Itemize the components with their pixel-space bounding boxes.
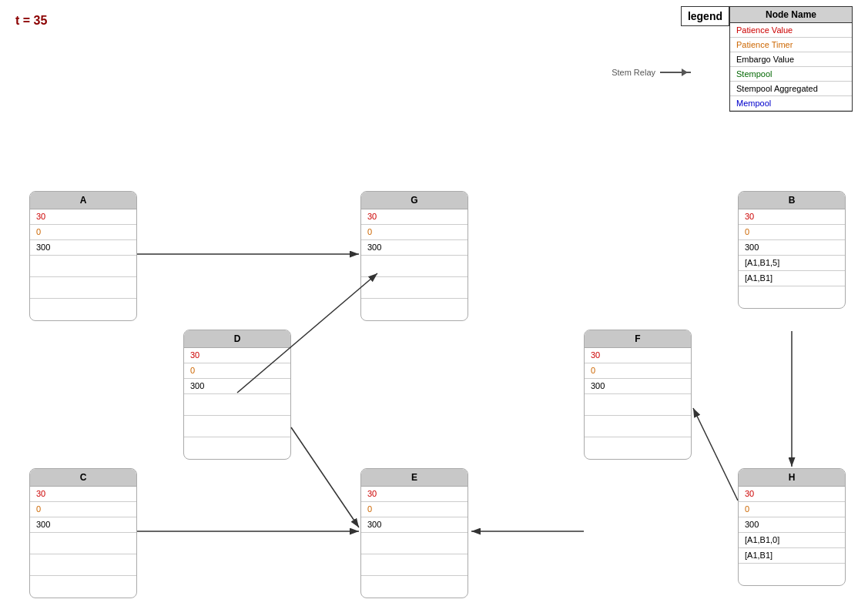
legend-container: legend Node Name Patience Value Patience… xyxy=(681,6,853,112)
node-A-patience-timer: 0 xyxy=(30,225,136,240)
node-H-stempool: [A1,B1,0] xyxy=(739,533,845,548)
node-A-mempool xyxy=(30,299,136,320)
legend-row-stempool: Stempool xyxy=(730,67,852,82)
node-F-mempool xyxy=(585,437,691,459)
timestamp-label: t = 35 xyxy=(15,14,47,28)
node-A-header: A xyxy=(30,192,136,209)
node-A: A 30 0 300 xyxy=(29,191,137,321)
node-B-patience-value: 30 xyxy=(739,209,845,225)
arrow-D-to-E xyxy=(291,427,359,527)
legend-row-stempool-agg: Stempool Aggregated xyxy=(730,82,852,96)
legend-title: legend xyxy=(681,6,729,26)
node-G-header: G xyxy=(361,192,468,209)
node-H-header: H xyxy=(739,469,845,487)
node-B-stempool-agg: [A1,B1] xyxy=(739,271,845,286)
node-A-embargo-value: 300 xyxy=(30,240,136,256)
node-F-patience-value: 30 xyxy=(585,348,691,363)
node-E-header: E xyxy=(361,469,468,487)
node-G-stempool-agg xyxy=(361,277,468,299)
node-E-mempool xyxy=(361,576,468,598)
node-C-stempool-agg xyxy=(30,554,136,576)
node-F: F 30 0 300 xyxy=(584,330,692,460)
node-A-patience-value: 30 xyxy=(30,209,136,225)
node-E-stempool-agg xyxy=(361,554,468,576)
node-B-header: B xyxy=(739,192,845,209)
node-F-patience-timer: 0 xyxy=(585,363,691,379)
node-A-stempool xyxy=(30,256,136,277)
node-H: H 30 0 300 [A1,B1,0] [A1,B1] xyxy=(738,468,846,586)
node-F-embargo-value: 300 xyxy=(585,379,691,394)
node-G-stempool xyxy=(361,256,468,277)
node-D-mempool xyxy=(184,437,290,459)
node-B-embargo-value: 300 xyxy=(739,240,845,256)
node-E-stempool xyxy=(361,533,468,554)
node-D-header: D xyxy=(184,330,290,348)
node-H-embargo-value: 300 xyxy=(739,517,845,533)
node-C-patience-timer: 0 xyxy=(30,502,136,517)
stem-relay-arrow xyxy=(660,72,691,73)
node-B: B 30 0 300 [A1,B1,5] [A1,B1] xyxy=(738,191,846,309)
node-H-patience-timer: 0 xyxy=(739,502,845,517)
node-C-mempool xyxy=(30,576,136,598)
node-B-patience-timer: 0 xyxy=(739,225,845,240)
stem-relay-label: Stem Relay xyxy=(612,68,655,77)
legend-row-embargo-value: Embargo Value xyxy=(730,52,852,67)
node-B-stempool: [A1,B1,5] xyxy=(739,256,845,271)
node-G-patience-value: 30 xyxy=(361,209,468,225)
node-D-patience-value: 30 xyxy=(184,348,290,363)
node-C-stempool xyxy=(30,533,136,554)
node-D: D 30 0 300 xyxy=(183,330,291,460)
node-H-mempool xyxy=(739,564,845,585)
node-E: E 30 0 300 xyxy=(360,468,468,598)
legend-table: Node Name Patience Value Patience Timer … xyxy=(729,6,853,112)
node-F-stempool xyxy=(585,394,691,416)
node-F-stempool-agg xyxy=(585,416,691,437)
node-E-embargo-value: 300 xyxy=(361,517,468,533)
node-H-patience-value: 30 xyxy=(739,487,845,502)
node-E-patience-value: 30 xyxy=(361,487,468,502)
node-C-header: C xyxy=(30,469,136,487)
node-D-patience-timer: 0 xyxy=(184,363,290,379)
node-D-stempool xyxy=(184,394,290,416)
legend-header: Node Name xyxy=(730,7,852,23)
node-G-patience-timer: 0 xyxy=(361,225,468,240)
node-G-embargo-value: 300 xyxy=(361,240,468,256)
node-E-patience-timer: 0 xyxy=(361,502,468,517)
node-B-mempool xyxy=(739,286,845,308)
legend-row-mempool: Mempool xyxy=(730,96,852,111)
node-G: G 30 0 300 xyxy=(360,191,468,321)
legend-row-patience-timer: Patience Timer xyxy=(730,38,852,52)
node-A-stempool-agg xyxy=(30,277,136,299)
node-C-embargo-value: 300 xyxy=(30,517,136,533)
node-C: C 30 0 300 xyxy=(29,468,137,598)
legend-row-patience-value: Patience Value xyxy=(730,23,852,38)
node-F-header: F xyxy=(585,330,691,348)
node-G-mempool xyxy=(361,299,468,320)
node-H-stempool-agg: [A1,B1] xyxy=(739,548,845,564)
node-C-patience-value: 30 xyxy=(30,487,136,502)
stem-relay-area: Stem Relay xyxy=(612,68,691,77)
node-D-stempool-agg xyxy=(184,416,290,437)
node-D-embargo-value: 300 xyxy=(184,379,290,394)
arrow-H-to-F xyxy=(693,408,738,500)
